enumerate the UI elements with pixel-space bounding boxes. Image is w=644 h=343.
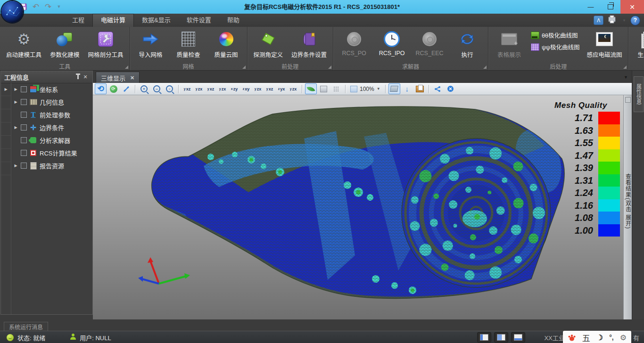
quality-cloud-map-button[interactable]: 质量云图 [207, 29, 245, 60]
menu-tab-1[interactable]: 电磁计算 [92, 14, 134, 27]
view-orientation-button-0[interactable]: yxz [182, 83, 193, 94]
expand-arrow-icon[interactable]: ▶ [13, 163, 18, 168]
menu-tab-3[interactable]: 软件设置 [179, 14, 219, 27]
group-expand-icon[interactable] [483, 65, 487, 69]
zoom-fit-button[interactable]: ▫ [164, 83, 175, 94]
app-logo[interactable] [1, 1, 23, 23]
boundary-condition-settings-button[interactable]: 边界条件设置 [287, 29, 331, 60]
pan-view-button[interactable] [120, 83, 132, 94]
ribbon-collapse-icon[interactable]: ᐱ [594, 16, 603, 25]
ime-bar[interactable]: 五 ☽ °, ⚙ [563, 331, 631, 343]
print-preview-icon[interactable] [608, 15, 618, 25]
view-orientation-button-5[interactable]: zxy [240, 83, 252, 94]
expand-arrow-icon[interactable]: ▶ [13, 125, 18, 130]
view-orientation-button-6[interactable]: yzx [252, 83, 264, 94]
execute-button[interactable]: 执行 [448, 29, 486, 60]
view-orientation-button-9[interactable]: yzx [288, 83, 299, 94]
tree-item-result[interactable]: RCS计算结果 [11, 147, 92, 159]
tab-list-dropdown-icon[interactable]: ▼ [624, 75, 628, 80]
status-icon [7, 334, 14, 341]
gutter-cell[interactable]: ▶ [1, 83, 11, 96]
project-info-panel: 工程信息 ✕ ▶ ▶坐标系▶几何信息T前处理参数▶✛边界条件分析求解器RCS计算… [0, 71, 93, 315]
psi-polarization-curve-button[interactable]: ψψ极化曲线图 [531, 42, 579, 51]
launch-modeling-tool-button[interactable]: ⚙ 启动建模工具 [2, 29, 46, 60]
quality-check-button[interactable]: 质量检查 [170, 29, 207, 60]
3d-viewport[interactable]: Mesh Quality 1.711.631.551.471.391.311.2… [93, 95, 623, 319]
view-orientation-button-4[interactable]: xzy [229, 83, 240, 94]
ime-mode-label[interactable]: 五 [582, 332, 590, 343]
zoom-square-icon [350, 86, 357, 92]
close-button[interactable]: ✕ [620, 0, 644, 14]
download-view-button[interactable]: ↓ [401, 83, 413, 94]
ime-settings-icon[interactable]: ⚙ [620, 333, 627, 342]
checkbox[interactable] [21, 86, 27, 92]
close-view-button[interactable] [445, 83, 456, 94]
tree-item-solver[interactable]: 分析求解器 [11, 134, 92, 147]
menu-tab-4[interactable]: 帮助 [219, 14, 248, 27]
tab-close-icon[interactable]: ✕ [130, 75, 134, 81]
checkbox[interactable] [21, 150, 27, 156]
rcs-ipo-button[interactable]: RCS_IPO [373, 29, 411, 57]
group-expand-icon[interactable] [623, 65, 627, 69]
minimize-button[interactable]: — [581, 0, 601, 14]
view-orientation-button-8[interactable]: zyx [276, 83, 287, 94]
table-display-button[interactable]: 表格展示 [490, 29, 528, 60]
tree-item-report[interactable]: ▶报告资源 [11, 159, 92, 172]
smooth-shading-button[interactable] [305, 83, 317, 94]
checkbox[interactable] [21, 112, 27, 118]
tree-item-geometry[interactable]: ▶几何信息 [11, 96, 92, 108]
layout-split-button[interactable] [494, 332, 508, 343]
expand-arrow-icon[interactable]: ▶ [13, 87, 18, 91]
group-expand-icon[interactable] [242, 65, 246, 69]
view-orientation-button-1[interactable]: yzx [193, 83, 205, 94]
import-mesh-button[interactable]: 导入网格 [132, 29, 170, 60]
print-dropdown-icon[interactable]: ▼ [622, 18, 626, 23]
ime-punctuation[interactable]: °, [609, 334, 614, 341]
zoom-out-button[interactable]: − [151, 83, 163, 94]
ime-moon-icon[interactable]: ☽ [596, 333, 603, 342]
checkbox[interactable] [21, 163, 27, 169]
tree-item-boundary[interactable]: ▶✛边界条件 [11, 121, 92, 134]
checkbox[interactable] [21, 137, 27, 143]
layout-bottom-button[interactable] [511, 332, 525, 343]
close-icon[interactable]: ✕ [82, 74, 89, 81]
tree-item-axes[interactable]: ▶坐标系 [11, 83, 92, 96]
zoom-level-select[interactable]: 100% ▼ [348, 86, 382, 92]
induced-current-map-button[interactable]: 感应电磁流图 [582, 29, 626, 60]
theta-polarization-curve-button[interactable]: θθ极化曲线图 [531, 31, 579, 40]
tab-3d-display[interactable]: 三维显示 ✕ [96, 72, 140, 83]
group-expand-icon[interactable] [328, 65, 331, 69]
fit-screen-button[interactable] [388, 83, 400, 94]
view-orientation-button-7[interactable]: yxz [264, 83, 275, 94]
group-expand-icon[interactable] [125, 65, 128, 69]
mesh-partition-tool-button[interactable]: 网格剖分工具 [84, 29, 128, 60]
flat-shading-button[interactable] [318, 83, 330, 94]
view-orientation-button-3[interactable]: yzx [217, 83, 228, 94]
snapshot-button[interactable] [414, 83, 426, 94]
view-orientation-button-2[interactable]: yxz [205, 83, 216, 94]
rotate-view-button[interactable]: ⟲ [95, 83, 107, 94]
parametric-modeling-button[interactable]: 参数化建模 [46, 29, 84, 60]
help-icon[interactable]: ? [630, 16, 640, 25]
refresh-view-button[interactable]: ⟳ [107, 83, 119, 94]
detection-angle-button[interactable]: 探测角定义 [249, 29, 288, 60]
pin-icon[interactable] [74, 74, 82, 81]
expand-arrow-icon[interactable]: ▶ [13, 100, 18, 104]
restore-button[interactable] [601, 0, 620, 14]
menu-tab-0[interactable]: 工程 [64, 14, 92, 27]
menu-tab-2[interactable]: 数据&显示 [134, 14, 179, 27]
layout-left-button[interactable] [477, 332, 491, 343]
checkbox[interactable] [21, 99, 27, 105]
tree-item-params[interactable]: T前处理参数 [11, 108, 92, 121]
rcs-po-button[interactable]: RCS_PO [335, 29, 373, 57]
share-button[interactable] [432, 83, 444, 94]
checkbox[interactable] [21, 124, 27, 131]
system-message-tab[interactable]: 系统运行消息 [4, 322, 48, 331]
zoom-in-button[interactable]: + [138, 83, 150, 94]
generate-report-button[interactable]: 生成报告 [630, 29, 644, 60]
property-info-tab[interactable]: 属性信息 [634, 76, 644, 112]
rcs-eec-button[interactable]: RCS_EEC [411, 29, 448, 57]
wireframe-button[interactable] [330, 83, 342, 94]
results-strip-tab[interactable]: 查看结果(双击 展开) [623, 95, 632, 319]
ime-paw-icon[interactable] [568, 334, 576, 341]
